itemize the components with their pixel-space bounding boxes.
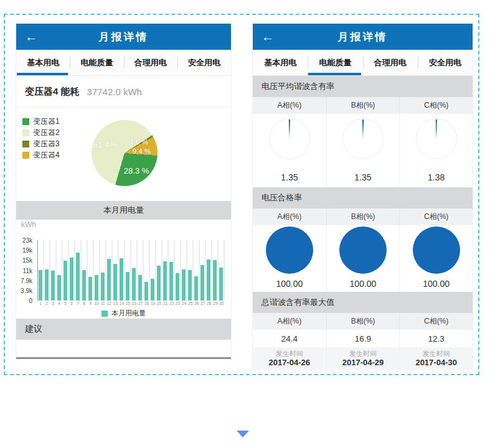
tab-power-quality[interactable]: 电能质量	[70, 50, 123, 75]
bar-slot	[94, 240, 100, 301]
tab-safe-power[interactable]: 安全用电	[418, 50, 473, 75]
bar-chart: 03.9k7.9k11k15k19k23k	[16, 230, 231, 301]
x-tick-label: 14	[118, 301, 125, 308]
pie-legend-item: 变压器1	[22, 116, 60, 127]
left-app-header: ← 月报详情	[16, 24, 231, 50]
right-tab-bar: 基本用电电能质量合理用电安全用电	[253, 50, 473, 76]
bar-slot	[219, 240, 225, 301]
bar-slot	[138, 240, 144, 301]
tab-reasonable-power[interactable]: 合理用电	[124, 50, 177, 75]
circle-cell	[253, 225, 326, 276]
bar	[64, 261, 67, 301]
full-circle-indicator	[266, 226, 313, 274]
gauge-needle-icon	[361, 119, 364, 139]
occurrence-time-value: 2017-04-26	[269, 358, 311, 367]
pie-legend-label: 变压器3	[33, 139, 60, 149]
bar	[200, 265, 204, 301]
tab-basic-power[interactable]: 基本用电	[253, 50, 308, 75]
bar	[213, 260, 217, 301]
bar	[144, 282, 148, 301]
x-tick-label: 20	[156, 301, 163, 308]
bar-chart-legend: 本月用电量	[16, 308, 231, 319]
x-tick-label: 22	[169, 301, 175, 308]
x-tick-label: 18	[144, 301, 150, 308]
bar-slot	[150, 240, 156, 301]
bar	[151, 279, 154, 301]
transformer-energy-label: 变压器4 能耗	[25, 86, 80, 98]
gauge-dial	[416, 118, 457, 159]
gauge-value: 1.38	[399, 167, 473, 187]
pie-legend: 变压器1变压器2变压器3变压器4	[22, 116, 60, 161]
bar-slot	[69, 240, 75, 301]
back-icon[interactable]: ←	[25, 30, 37, 43]
x-tick-label: 15	[125, 301, 131, 308]
pie-legend-swatch	[22, 129, 29, 136]
bar	[219, 268, 223, 301]
x-tick-label: 19	[150, 301, 156, 308]
bar	[157, 266, 161, 301]
circle-cell	[399, 225, 473, 276]
bar	[76, 253, 80, 301]
x-tick-label: 9	[87, 301, 93, 308]
bar	[95, 275, 98, 301]
bar	[45, 269, 49, 301]
bar-chart-x-axis: 1234567891011121314151617181920212223242…	[37, 301, 225, 308]
pie-legend-label: 变压器4	[33, 150, 60, 161]
bar-slot	[125, 240, 131, 301]
occurrence-time-value: 2017-04-30	[415, 358, 457, 367]
x-tick-label: 13	[112, 301, 118, 308]
bar	[169, 262, 173, 301]
x-tick-label: 2	[44, 301, 50, 308]
circle-cell	[326, 225, 400, 276]
pie-slice-label: 61.4 %	[93, 140, 118, 149]
scroll-down-triangle-icon	[237, 431, 249, 437]
bar-slot	[50, 240, 57, 301]
y-tick-label: 15k	[22, 257, 32, 264]
tab-reasonable-power[interactable]: 合理用电	[363, 50, 418, 75]
pie-legend-swatch	[22, 141, 29, 147]
gauge-dial	[269, 118, 310, 159]
bar-slot	[63, 240, 69, 301]
tab-basic-power[interactable]: 基本用电	[16, 50, 70, 75]
x-tick-label: 24	[181, 301, 187, 308]
bar-slot	[82, 240, 88, 301]
bar-chart-y-axis: 03.9k7.9k11k15k19k23k	[16, 240, 35, 301]
x-tick-label: 5	[62, 301, 68, 308]
pie-legend-item: 变压器3	[22, 138, 60, 149]
bar	[126, 272, 130, 301]
right-sections: 电压平均谐波含有率A相(%)B相(%)C相(%)1.351.351.38电压合格…	[253, 76, 473, 370]
bar-slot	[44, 240, 50, 301]
x-tick-label: 16	[131, 301, 137, 308]
month-usage-title: 本月用电量	[103, 205, 144, 216]
x-tick-label: 8	[81, 301, 87, 308]
bar	[101, 273, 105, 301]
gauge-cell	[399, 114, 473, 167]
transformer-energy-value: 37742.0 kWh	[87, 86, 142, 97]
bar	[188, 270, 192, 301]
phase-column-header: B相(%)	[326, 208, 400, 225]
content-frame: ← 月报详情 基本用电电能质量合理用电安全用电 变压器4 能耗 37742.0 …	[4, 14, 479, 375]
left-screen-bottom	[16, 340, 231, 359]
voltage-qualified-rate-section-values: 100.00100.00100.00	[253, 276, 473, 292]
bar-legend-label: 本月用电量	[111, 309, 146, 318]
occurrence-time-cell: 发生时间2017-04-30	[399, 347, 473, 370]
max-thd-section-values: 24.416.912.3	[253, 330, 473, 347]
bar	[132, 268, 136, 301]
gauge-value: 1.35	[253, 167, 326, 187]
bar-slot	[113, 240, 119, 301]
x-tick-label: 30	[219, 301, 225, 308]
y-axis-unit-label: kWh	[16, 220, 231, 230]
y-tick-label: 0	[29, 297, 32, 304]
occurrence-time-label: 发生时间	[276, 350, 303, 358]
tab-power-quality[interactable]: 电能质量	[308, 50, 362, 75]
tab-safe-power[interactable]: 安全用电	[177, 50, 231, 75]
page-title: 月报详情	[338, 30, 388, 44]
gauge-needle-icon	[288, 119, 291, 139]
bar-legend-swatch	[101, 310, 108, 317]
x-tick-label: 7	[75, 301, 81, 308]
phase-column-header: C相(%)	[399, 313, 473, 330]
back-icon[interactable]: ←	[261, 30, 274, 43]
pie-slice-label: 9.4 %	[133, 147, 151, 155]
left-tab-bar: 基本用电电能质量合理用电安全用电	[16, 50, 231, 76]
occurrence-time-label: 发生时间	[349, 350, 377, 358]
